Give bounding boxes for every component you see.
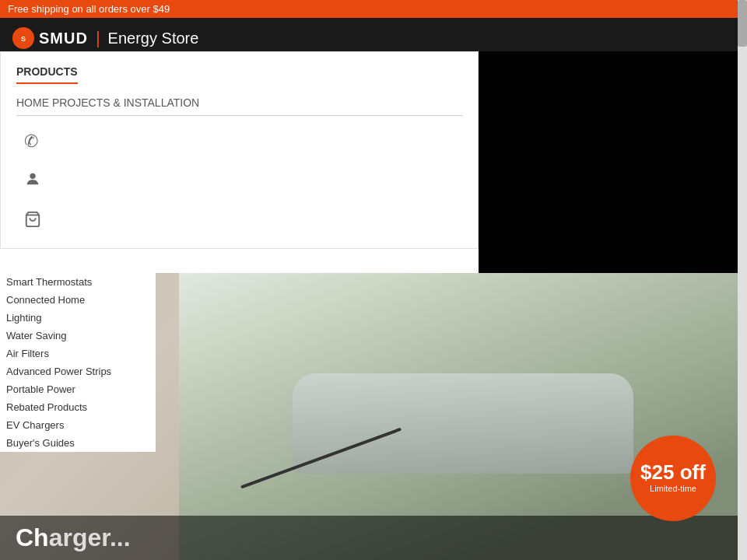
products-label[interactable]: PRODUCTS	[16, 65, 78, 84]
discount-badge: $25 off Limited-time	[630, 436, 716, 521]
scrollbar[interactable]	[738, 0, 747, 560]
cart-icon[interactable]	[24, 211, 462, 233]
hero-title: Charger...	[16, 523, 731, 552]
logo-separator: |	[96, 28, 100, 48]
free-shipping-banner: Free shipping on all orders over $49	[0, 0, 747, 18]
banner-text: Free shipping on all orders over $49	[8, 3, 170, 15]
sidebar-item-ev-chargers[interactable]: EV Chargers	[0, 416, 156, 434]
header-icons: ✆	[16, 131, 462, 233]
products-dropdown: PRODUCTS HOME PROJECTS & INSTALLATION ✆	[0, 51, 479, 249]
scrollbar-thumb[interactable]	[738, 0, 747, 47]
svg-point-2	[30, 173, 35, 179]
phone-icon[interactable]: ✆	[24, 131, 462, 152]
discount-label: Limited-time	[650, 484, 696, 494]
user-icon[interactable]	[24, 170, 462, 192]
discount-amount: $25 off	[640, 462, 706, 482]
hero-title-text: Ch	[16, 523, 49, 551]
logo-circle: S	[12, 27, 34, 49]
home-projects-label[interactable]: HOME PROJECTS & INSTALLATION	[16, 96, 462, 116]
sidebar-item-rebated-products[interactable]: Rebated Products	[0, 398, 156, 416]
logo[interactable]: S SMUD | Energy Store	[12, 27, 198, 49]
sidebar-item-water-saving[interactable]: Water Saving	[0, 327, 156, 345]
sidebar-item-smart-thermostats[interactable]: Smart Thermostats	[0, 273, 156, 291]
category-sidebar: Smart Thermostats Connected Home Lightin…	[0, 273, 156, 452]
hero-text-overlay: Charger...	[0, 516, 747, 560]
sidebar-item-air-filters[interactable]: Air Filters	[0, 345, 156, 362]
svg-text:S: S	[21, 35, 26, 43]
sidebar-item-advanced-power-strips[interactable]: Advanced Power Strips	[0, 362, 156, 380]
sidebar-item-buyers-guides[interactable]: Buyer's Guides	[0, 434, 156, 452]
sidebar-item-portable-power[interactable]: Portable Power	[0, 380, 156, 398]
sidebar-item-connected-home[interactable]: Connected Home	[0, 291, 156, 309]
sidebar-item-lighting[interactable]: Lighting	[0, 309, 156, 327]
black-panel	[479, 51, 747, 273]
logo-name: SMUD	[39, 30, 88, 47]
logo-store-name: Energy Store	[108, 30, 199, 47]
